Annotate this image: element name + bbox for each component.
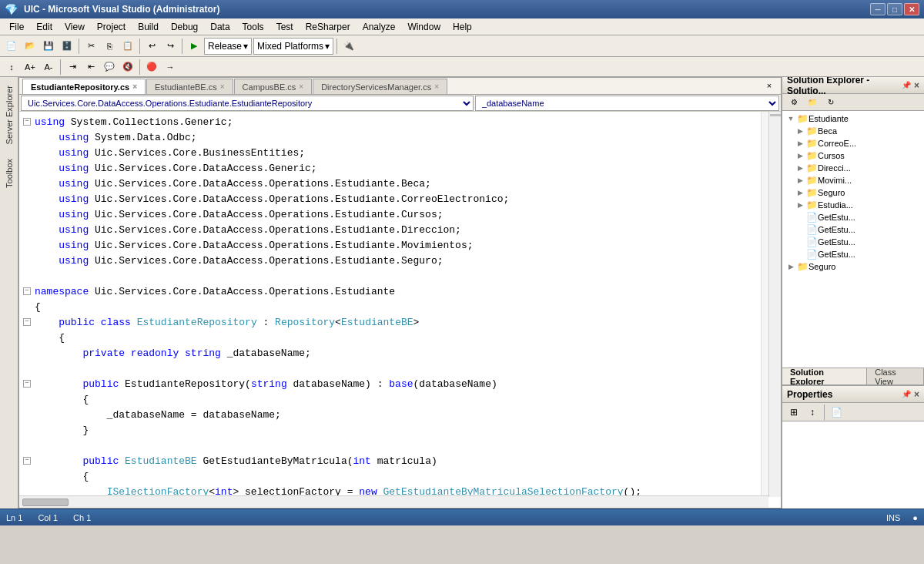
close-button[interactable]: ✕ (904, 3, 919, 15)
tree-item-getestu3[interactable]: 📄 GetEstu... (782, 236, 924, 248)
menu-item-project[interactable]: Project (91, 20, 132, 34)
unindent-btn[interactable]: ⇤ (82, 59, 99, 76)
copy-btn[interactable]: ⎘ (101, 38, 118, 55)
solution-show-all-btn[interactable]: 📁 (804, 94, 821, 111)
tree-item-direccion[interactable]: ▶ 📁 Direcci... (782, 162, 924, 174)
tree-item-movimientos[interactable]: ▶ 📁 Movimi... (782, 174, 924, 186)
expand-23[interactable]: − (22, 454, 33, 465)
tree-expand[interactable]: ▶ (795, 189, 805, 196)
tree-item-estudiante-sub[interactable]: ▶ 📁 Estudia... (782, 199, 924, 211)
tree-item-beca[interactable]: ▶ 📁 Beca (782, 125, 924, 137)
tree-expand[interactable]: ▼ (785, 115, 796, 123)
open-btn[interactable]: 📂 (22, 38, 38, 55)
new-project-btn[interactable]: 📄 (3, 38, 20, 55)
comment-btn[interactable]: 💬 (101, 59, 118, 76)
menu-item-view[interactable]: View (59, 20, 91, 34)
code-editor[interactable]: − using System.Collections.Generic; usin… (19, 112, 781, 508)
tree-item-seguro[interactable]: ▶ 📁 Seguro (782, 186, 924, 199)
properties-pin-button[interactable]: 📌 (900, 389, 912, 399)
uncomment-btn[interactable]: 🔇 (119, 59, 136, 76)
menu-item-window[interactable]: Window (401, 20, 447, 34)
undo-btn[interactable]: ↩ (143, 38, 160, 55)
class-view-tab[interactable]: Class View (867, 368, 924, 384)
btn-r2-2[interactable]: A+ (22, 59, 38, 76)
platform-dropdown[interactable]: Mixed Platforms ▾ (253, 38, 333, 55)
scope-selector[interactable]: Uic.Services.Core.DataAccess.Operations.… (21, 96, 474, 111)
tree-item-correo[interactable]: ▶ 📁 CorreoE... (782, 137, 924, 149)
step-btn[interactable]: → (162, 59, 179, 76)
solution-properties-btn[interactable]: ⚙ (785, 94, 802, 111)
tree-item-getestu2[interactable]: 📄 GetEstu... (782, 223, 924, 236)
bp-btn[interactable]: 🔴 (143, 59, 160, 76)
tree-item-estudiante[interactable]: ▼ 📁 Estudiante (782, 112, 924, 125)
tab-close-1[interactable]: × (220, 82, 225, 91)
tree-item-getestu1[interactable]: 📄 GetEstu... (782, 211, 924, 223)
tree-item-getestu4[interactable]: 📄 GetEstu... (782, 248, 924, 260)
tree-expand[interactable]: ▶ (795, 139, 805, 147)
file-icon: 📄 (805, 237, 818, 247)
btn-r2-1[interactable]: ↕ (3, 59, 20, 76)
menu-item-tools[interactable]: Tools (236, 20, 270, 34)
tab-directory-services[interactable]: DirectoryServicesManager.cs × (313, 79, 447, 94)
status-col: Col 1 (38, 513, 58, 522)
tree-expand[interactable]: ▶ (785, 263, 796, 270)
maximize-button[interactable]: □ (887, 3, 902, 15)
btn-r2-3[interactable]: A- (40, 59, 57, 76)
tab-estudiante-repo[interactable]: EstudianteRepository.cs × (22, 79, 146, 94)
folder-icon: 📁 (805, 126, 818, 136)
tab-close-window[interactable]: × (761, 77, 778, 94)
tab-close-3[interactable]: × (434, 82, 439, 91)
folder-icon: 📁 (805, 150, 818, 161)
solution-refresh-btn[interactable]: ↻ (822, 94, 839, 111)
server-explorer-tab[interactable]: Server Explorer (2, 79, 16, 151)
close-panel-button[interactable]: × (914, 80, 919, 91)
menu-item-test[interactable]: Test (270, 20, 300, 34)
cut-btn[interactable]: ✂ (82, 38, 99, 55)
prop-categorized-btn[interactable]: ⊞ (785, 404, 802, 421)
expand-1[interactable]: − (22, 115, 33, 126)
menu-item-edit[interactable]: Edit (30, 20, 59, 34)
left-panel: Server Explorer Toolbox (0, 77, 18, 509)
tree-expand[interactable]: ▶ (795, 176, 805, 184)
save-all-btn[interactable]: 🗄️ (59, 38, 75, 55)
tab-label-2: CampusBE.cs (243, 82, 296, 92)
tree-expand[interactable]: ▶ (795, 201, 805, 209)
run-btn[interactable]: ▶ (186, 38, 203, 55)
menu-item-file[interactable]: File (3, 20, 30, 34)
toolbox-tab[interactable]: Toolbox (2, 152, 16, 195)
solution-explorer-tab[interactable]: Solution Explorer (782, 368, 867, 384)
menu-item-build[interactable]: Build (132, 20, 165, 34)
tab-campus-be[interactable]: CampusBE.cs × (234, 79, 313, 94)
paste-btn[interactable]: 📋 (119, 38, 136, 55)
attach-btn[interactable]: 🔌 (340, 38, 357, 55)
redo-btn[interactable]: ↪ (162, 38, 179, 55)
prop-alpha-btn[interactable]: ↕ (804, 404, 821, 421)
save-btn[interactable]: 💾 (40, 38, 57, 55)
menu-item-analyze[interactable]: Analyze (357, 20, 402, 34)
file-icon: 📄 (805, 212, 818, 223)
menu-item-data[interactable]: Data (204, 20, 236, 34)
tab-estudiante-be[interactable]: EstudianteBE.cs × (146, 79, 233, 94)
properties-close-button[interactable]: × (914, 389, 919, 400)
menu-item-debug[interactable]: Debug (165, 20, 204, 34)
config-arrow: ▾ (243, 41, 248, 52)
minimize-button[interactable]: ─ (870, 3, 886, 15)
pin-button[interactable]: 📌 (900, 80, 912, 90)
menu-item-help[interactable]: Help (447, 20, 478, 34)
horizontal-scrollbar[interactable] (19, 495, 768, 508)
configuration-dropdown[interactable]: Release ▾ (204, 38, 252, 55)
menu-item-resharper[interactable]: ReSharper (300, 20, 357, 34)
prop-page-btn[interactable]: 📄 (828, 404, 845, 421)
tree-expand[interactable]: ▶ (795, 127, 805, 135)
tab-close-0[interactable]: × (132, 82, 137, 91)
member-selector[interactable]: _databaseName (475, 96, 779, 111)
tree-expand[interactable]: ▶ (795, 152, 805, 159)
indent-btn[interactable]: ⇥ (64, 59, 81, 76)
tree-item-seguro-root[interactable]: ▶ 📁 Seguro (782, 260, 924, 273)
tree-expand[interactable]: ▶ (795, 164, 805, 172)
expand-12[interactable]: − (22, 284, 33, 296)
expand-18[interactable]: − (22, 377, 33, 388)
tree-item-cursos[interactable]: ▶ 📁 Cursos (782, 149, 924, 162)
expand-14[interactable]: − (22, 315, 33, 327)
tab-close-2[interactable]: × (299, 82, 303, 91)
